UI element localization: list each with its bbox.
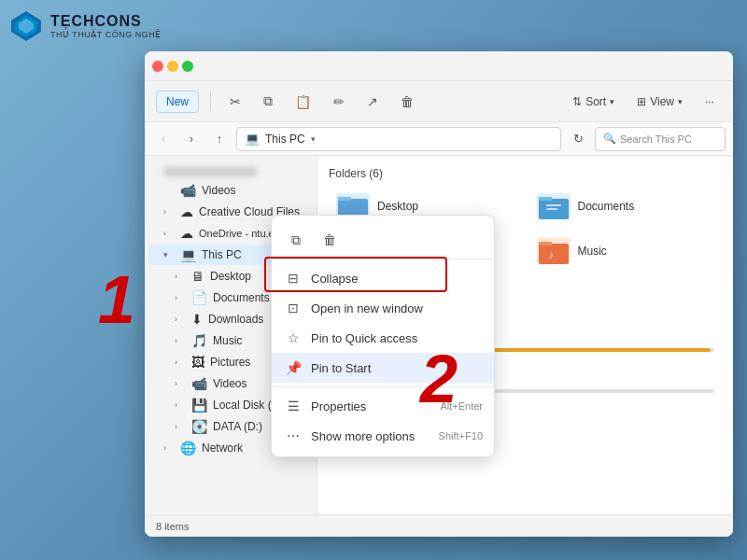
folders-section-label: Folders (6) — [329, 167, 722, 180]
ctx-item-label: Collapse — [311, 272, 359, 286]
expand-arrow: › — [175, 293, 186, 302]
folder-music[interactable]: ♪ Music — [529, 232, 723, 270]
svg-rect-8 — [546, 208, 557, 210]
sort-label: Sort — [585, 95, 606, 108]
minimize-button[interactable] — [167, 61, 178, 72]
ctx-item-label: Open in new window — [311, 301, 423, 315]
expand-arrow: › — [175, 357, 186, 367]
view-button[interactable]: ⊞ View ▾ — [629, 91, 690, 112]
more-options-shortcut: Shift+F10 — [439, 430, 483, 441]
collapse-icon: ⊟ — [285, 271, 302, 286]
address-bar: ‹ › ↑ 💻 This PC ▾ ↻ 🔍 Search This PC — [145, 122, 733, 156]
ctx-item-properties[interactable]: ☰ Properties Alt+Enter — [272, 391, 494, 421]
context-menu-top-row: ⧉ 🗑 — [272, 221, 494, 259]
pin-start-icon: 📌 — [285, 360, 302, 375]
sort-button[interactable]: ⇅ Sort ▾ — [565, 91, 622, 112]
ctx-item-collapse[interactable]: ⊟ Collapse — [272, 263, 494, 293]
sidebar-item-label: Documents — [213, 291, 270, 304]
more-button[interactable]: ··· — [698, 91, 722, 112]
techcons-logo-icon — [7, 7, 45, 45]
ctx-item-label: Properties — [311, 399, 366, 413]
rename-button[interactable]: ✏ — [326, 91, 352, 113]
paste-icon: 📋 — [295, 94, 311, 109]
sidebar-item-label: This PC — [202, 248, 242, 261]
svg-rect-7 — [546, 204, 561, 206]
expand-arrow: › — [175, 379, 186, 388]
refresh-button[interactable]: ↻ — [567, 128, 589, 150]
logo-area: TECHCONS THỦ THUẬT CÔNG NGHỆ — [7, 7, 162, 45]
ctx-delete-button[interactable]: 🗑 — [317, 227, 343, 253]
ctx-copy-button[interactable]: ⧉ — [283, 227, 309, 253]
videos-sub-icon: 📹 — [191, 376, 207, 391]
paste-button[interactable]: 📋 — [288, 91, 318, 113]
network-icon: 🌐 — [180, 441, 196, 455]
folder-name: Desktop — [377, 200, 418, 213]
ctx-item-pin-quick-access[interactable]: ☆ Pin to Quick access — [272, 323, 494, 353]
share-button[interactable]: ↗ — [359, 91, 386, 113]
folder-documents[interactable]: Documents — [529, 188, 723, 225]
back-button[interactable]: ‹ — [152, 128, 175, 150]
sidebar-item-label: Desktop — [210, 270, 251, 283]
ctx-delete-icon: 🗑 — [323, 232, 336, 247]
items-count: 8 items — [156, 521, 189, 532]
view-icon: ⊞ — [637, 95, 646, 108]
music-icon: 🎵 — [191, 333, 207, 348]
sort-icon: ⇅ — [572, 95, 582, 108]
documents-icon: 📄 — [191, 290, 207, 305]
data-drive-icon: 💽 — [191, 419, 207, 434]
path-dropdown-icon: ▾ — [311, 134, 316, 144]
expand-arrow: › — [175, 422, 186, 431]
address-path[interactable]: 💻 This PC ▾ — [236, 127, 561, 151]
copy-button[interactable]: ⧉ — [256, 90, 280, 113]
delete-button[interactable]: 🗑 — [393, 91, 421, 113]
pin-quick-icon: ☆ — [285, 330, 302, 345]
toolbar: New ✂ ⧉ 📋 ✏ ↗ 🗑 ⇅ Sort ▾ ⊞ View ▾ — [145, 81, 733, 122]
this-pc-icon: 💻 — [180, 247, 196, 262]
copy-icon: ⧉ — [263, 93, 273, 109]
more-icon: ··· — [705, 95, 714, 108]
sort-chevron-icon: ▾ — [610, 97, 614, 106]
ctx-copy-icon: ⧉ — [291, 232, 301, 248]
folder-documents-thumb — [537, 193, 571, 219]
sidebar-item-label: Downloads — [208, 313, 263, 326]
ctx-item-label: Show more options — [311, 429, 415, 443]
svg-rect-4 — [338, 197, 351, 201]
cut-button[interactable]: ✂ — [222, 91, 248, 113]
maximize-button[interactable] — [182, 61, 193, 72]
ctx-item-label: Pin to Quick access — [311, 331, 417, 345]
up-button[interactable]: ↑ — [208, 128, 231, 150]
title-bar — [145, 51, 733, 81]
delete-icon: 🗑 — [401, 94, 414, 109]
view-chevron-icon: ▾ — [678, 97, 683, 106]
forward-button[interactable]: › — [180, 128, 203, 150]
step-number-1: 1 — [98, 261, 135, 338]
ctx-item-open-new-window[interactable]: ⊡ Open in new window — [272, 293, 494, 323]
pictures-icon: 🖼 — [191, 355, 204, 370]
expand-arrow: › — [163, 443, 175, 453]
sidebar-item-label: Music — [213, 334, 242, 347]
path-text: This PC — [265, 133, 305, 146]
path-icon: 💻 — [245, 132, 260, 146]
folder-name: Music — [578, 245, 607, 258]
search-icon: 🔍 — [603, 133, 616, 145]
creative-cloud-icon: ☁ — [180, 204, 193, 219]
ctx-item-pin-start[interactable]: 📌 Pin to Start — [272, 353, 494, 383]
svg-rect-13 — [539, 244, 569, 264]
blurred-quick-access — [148, 164, 313, 179]
local-disk-icon: 💾 — [191, 398, 207, 413]
search-box[interactable]: 🔍 Search This PC — [595, 127, 726, 151]
expand-arrow: ▾ — [163, 250, 175, 259]
videos-icon: 📹 — [180, 183, 196, 198]
view-label: View — [650, 95, 674, 108]
logo-text: TECHCONS THỦ THUẬT CÔNG NGHỆ — [50, 13, 162, 39]
expand-arrow: › — [163, 207, 175, 217]
step-number-2: 2 — [420, 341, 458, 417]
ctx-item-show-more[interactable]: ⋯ Show more options Shift+F10 — [272, 421, 494, 451]
new-button[interactable]: New — [156, 91, 199, 113]
expand-arrow: › — [175, 315, 186, 324]
sidebar-item-label: Network — [202, 441, 243, 455]
status-bar: 8 items — [145, 514, 733, 537]
close-button[interactable] — [152, 61, 163, 72]
logo-name: TECHCONS — [50, 13, 162, 30]
sidebar-item-videos-top[interactable]: 📹 Videos — [148, 180, 313, 201]
